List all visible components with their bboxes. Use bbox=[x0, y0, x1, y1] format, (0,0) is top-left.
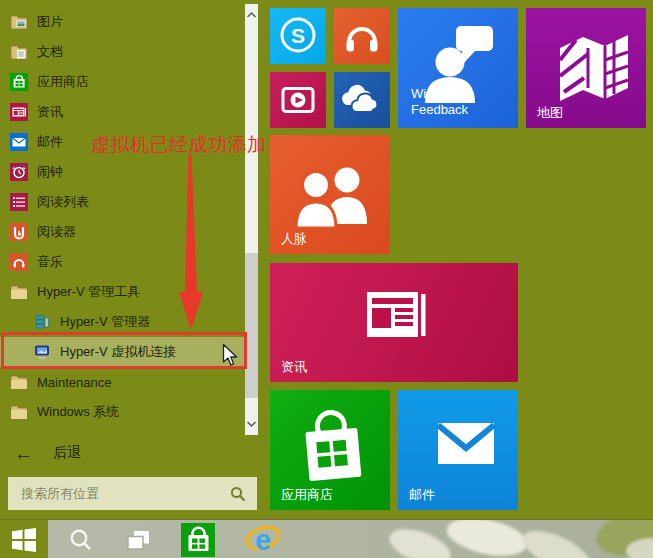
video-play-icon bbox=[270, 72, 326, 128]
tile-windows-feedback[interactable]: Windows Feedback bbox=[398, 8, 518, 128]
folder-icon bbox=[10, 283, 28, 301]
sidebar-item-documents[interactable]: 文档 bbox=[0, 37, 244, 67]
tile-onedrive[interactable] bbox=[334, 72, 390, 128]
tile-label: 人脉 bbox=[281, 231, 307, 247]
pictures-folder-icon bbox=[10, 13, 28, 31]
taskbar: e bbox=[0, 519, 653, 558]
tile-music[interactable] bbox=[334, 8, 390, 64]
scrollbar-thumb[interactable] bbox=[245, 253, 258, 398]
wallpaper-pebble bbox=[443, 519, 530, 558]
tile-label: 邮件 bbox=[409, 487, 435, 503]
back-button[interactable]: ← 后退 bbox=[0, 440, 258, 466]
wallpaper-pebble bbox=[385, 522, 455, 558]
mail-icon bbox=[10, 133, 28, 151]
back-label: 后退 bbox=[53, 444, 81, 462]
annotation-arrow-icon bbox=[170, 152, 216, 332]
folder-icon bbox=[10, 373, 28, 391]
sidebar-item-label: Maintenance bbox=[37, 375, 111, 390]
scrollbar[interactable] bbox=[245, 4, 258, 435]
tile-maps[interactable]: 地图 bbox=[526, 8, 646, 128]
news-icon bbox=[10, 103, 28, 121]
documents-folder-icon bbox=[10, 43, 28, 61]
sidebar-item-label: 应用商店 bbox=[37, 73, 89, 91]
sidebar-item-store[interactable]: 应用商店 bbox=[0, 67, 244, 97]
tile-label: Windows Feedback bbox=[411, 86, 487, 119]
sidebar-item-label: 阅读器 bbox=[37, 223, 76, 241]
sidebar-item-label: Hyper-V 管理器 bbox=[60, 313, 150, 331]
reading-list-icon bbox=[10, 193, 28, 211]
svg-text:e: e bbox=[255, 524, 271, 556]
start-button[interactable] bbox=[0, 520, 48, 558]
internet-explorer-icon: e bbox=[244, 522, 282, 558]
sidebar-item-label: Windows 系统 bbox=[37, 403, 119, 421]
sidebar-item-label: 闹钟 bbox=[37, 163, 63, 181]
taskbar-internet-explorer-button[interactable]: e bbox=[243, 520, 283, 558]
tile-video[interactable] bbox=[270, 72, 326, 128]
tile-store[interactable]: 应用商店 bbox=[270, 390, 390, 510]
tile-label: 应用商店 bbox=[281, 487, 333, 503]
tile-label: 地图 bbox=[537, 105, 563, 121]
scroll-up-icon[interactable] bbox=[245, 7, 258, 23]
alarm-clock-icon bbox=[10, 163, 28, 181]
newspaper-icon bbox=[270, 263, 518, 382]
wallpaper-pebble bbox=[517, 523, 595, 558]
taskbar-search-button[interactable] bbox=[66, 520, 96, 558]
annotation-highlight-box bbox=[1, 332, 247, 369]
task-view-icon bbox=[126, 529, 151, 551]
search-box[interactable] bbox=[8, 477, 257, 510]
search-icon bbox=[69, 528, 93, 552]
sidebar-item-label: 音乐 bbox=[37, 253, 63, 271]
store-icon bbox=[181, 523, 215, 557]
taskbar-task-view-button[interactable] bbox=[123, 520, 153, 558]
sidebar-item-label: 文档 bbox=[37, 43, 63, 61]
tile-news[interactable]: 资讯 bbox=[270, 263, 518, 382]
tile-skype[interactable]: S bbox=[270, 8, 326, 64]
store-icon bbox=[10, 73, 28, 91]
headphones-icon bbox=[334, 8, 390, 64]
sidebar-item-maintenance[interactable]: Maintenance bbox=[0, 367, 244, 397]
tile-people[interactable]: 人脉 bbox=[270, 135, 390, 254]
search-icon[interactable] bbox=[230, 486, 246, 502]
search-input[interactable] bbox=[8, 486, 230, 501]
back-arrow-icon: ← bbox=[14, 444, 33, 463]
sidebar-item-label: 资讯 bbox=[37, 103, 63, 121]
headphones-icon bbox=[10, 253, 28, 271]
tile-label: 资讯 bbox=[281, 359, 307, 375]
hyperv-manager-icon bbox=[33, 313, 51, 331]
folder-icon bbox=[10, 403, 28, 421]
skype-icon: S bbox=[270, 8, 326, 64]
start-menu-panel: 图片 文档 bbox=[0, 0, 653, 519]
sidebar-item-news[interactable]: 资讯 bbox=[0, 97, 244, 127]
sidebar-item-label: Hyper-V 管理工具 bbox=[37, 283, 140, 301]
sidebar-item-label: 阅读列表 bbox=[37, 193, 89, 211]
svg-text:S: S bbox=[291, 24, 305, 47]
start-screen: 图片 文档 bbox=[0, 0, 653, 558]
mouse-cursor bbox=[222, 343, 240, 368]
onedrive-clouds-icon bbox=[334, 72, 390, 128]
tile-mail[interactable]: 邮件 bbox=[398, 390, 518, 510]
taskbar-store-button[interactable] bbox=[180, 520, 216, 558]
sidebar-item-label: 图片 bbox=[37, 13, 63, 31]
windows-logo-icon bbox=[11, 527, 37, 553]
sidebar-item-pictures[interactable]: 图片 bbox=[0, 7, 244, 37]
sidebar-item-label: 邮件 bbox=[37, 133, 63, 151]
scroll-down-icon[interactable] bbox=[245, 416, 258, 432]
reader-icon bbox=[10, 223, 28, 241]
sidebar-item-windows-system[interactable]: Windows 系统 bbox=[0, 397, 244, 427]
